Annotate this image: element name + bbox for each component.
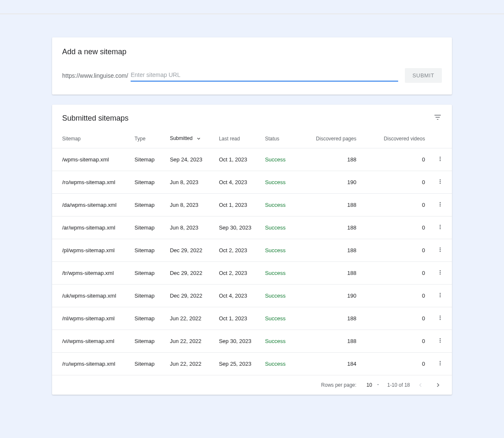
- cell-pages: 190: [301, 171, 360, 194]
- cell-sitemap: /ro/wpms-sitemap.xml: [52, 171, 131, 194]
- cell-type: Sitemap: [131, 194, 166, 216]
- more-vert-icon[interactable]: [437, 314, 444, 321]
- col-pages[interactable]: Discovered pages: [301, 130, 360, 148]
- table-row[interactable]: /ru/wpms-sitemap.xmlSitemapJun 22, 2022S…: [52, 353, 452, 375]
- cell-videos: 0: [360, 148, 428, 171]
- cell-videos: 0: [360, 194, 428, 216]
- cell-status: Success: [262, 148, 301, 171]
- pagination: Rows per page: 10 1-10 of 18: [52, 375, 452, 395]
- cell-actions: [428, 216, 452, 239]
- list-title: Submitted sitemaps: [62, 114, 129, 123]
- cell-pages: 188: [301, 307, 360, 330]
- cell-sitemap: /da/wpms-sitemap.xml: [52, 194, 131, 216]
- table-row[interactable]: /wpms-sitemap.xmlSitemapSep 24, 2023Oct …: [52, 148, 452, 171]
- cell-submitted: Dec 29, 2022: [166, 239, 215, 262]
- cell-actions: [428, 285, 452, 307]
- cell-lastread: Oct 2, 2023: [215, 239, 262, 262]
- cell-type: Sitemap: [131, 330, 166, 353]
- sitemap-url-input[interactable]: [131, 70, 398, 82]
- col-actions: [428, 130, 452, 148]
- cell-actions: [428, 330, 452, 353]
- more-vert-icon[interactable]: [437, 246, 444, 253]
- cell-videos: 0: [360, 353, 428, 375]
- more-vert-icon[interactable]: [437, 360, 444, 367]
- cell-pages: 188: [301, 194, 360, 216]
- col-status[interactable]: Status: [262, 130, 301, 148]
- table-header-row: Sitemap Type Submitted Last read Status …: [52, 130, 452, 148]
- cell-actions: [428, 307, 452, 330]
- col-videos[interactable]: Discovered videos: [360, 130, 428, 148]
- more-vert-icon[interactable]: [437, 292, 444, 298]
- cell-status: Success: [262, 285, 301, 307]
- cell-sitemap: /pl/wpms-sitemap.xml: [52, 239, 131, 262]
- more-vert-icon[interactable]: [437, 178, 444, 185]
- table-row[interactable]: /tr/wpms-sitemap.xmlSitemapDec 29, 2022O…: [52, 262, 452, 285]
- cell-sitemap: /nl/wpms-sitemap.xml: [52, 307, 131, 330]
- cell-status: Success: [262, 171, 301, 194]
- table-row[interactable]: /uk/wpms-sitemap.xmlSitemapDec 29, 2022O…: [52, 285, 452, 307]
- cell-lastread: Oct 1, 2023: [215, 148, 262, 171]
- more-vert-icon[interactable]: [437, 224, 444, 230]
- cell-type: Sitemap: [131, 239, 166, 262]
- cell-lastread: Oct 1, 2023: [215, 194, 262, 216]
- cell-submitted: Jun 22, 2022: [166, 307, 215, 330]
- table-row[interactable]: /ar/wpms-sitemap.xmlSitemapJun 8, 2023Se…: [52, 216, 452, 239]
- cell-pages: 188: [301, 148, 360, 171]
- cell-lastread: Sep 30, 2023: [215, 330, 262, 353]
- table-row[interactable]: /vi/wpms-sitemap.xmlSitemapJun 22, 2022S…: [52, 330, 452, 353]
- cell-videos: 0: [360, 285, 428, 307]
- filter-icon[interactable]: [433, 113, 442, 123]
- cell-submitted: Sep 24, 2023: [166, 148, 215, 171]
- cell-type: Sitemap: [131, 216, 166, 239]
- dropdown-arrow-icon: [375, 382, 381, 388]
- cell-type: Sitemap: [131, 262, 166, 285]
- table-row[interactable]: /nl/wpms-sitemap.xmlSitemapJun 22, 2022O…: [52, 307, 452, 330]
- cell-type: Sitemap: [131, 148, 166, 171]
- table-row[interactable]: /da/wpms-sitemap.xmlSitemapJun 8, 2023Oc…: [52, 194, 452, 216]
- cell-status: Success: [262, 239, 301, 262]
- cell-pages: 188: [301, 239, 360, 262]
- cell-submitted: Jun 22, 2022: [166, 330, 215, 353]
- cell-lastread: Sep 25, 2023: [215, 353, 262, 375]
- more-vert-icon[interactable]: [437, 201, 444, 208]
- more-vert-icon[interactable]: [437, 337, 444, 344]
- submitted-sitemaps-card: Submitted sitemaps Sitemap Type Submitte…: [52, 105, 452, 395]
- add-sitemap-row: https://www.linguise.com/ SUBMIT: [62, 68, 442, 83]
- cell-submitted: Jun 22, 2022: [166, 353, 215, 375]
- col-submitted[interactable]: Submitted: [166, 130, 215, 148]
- cell-submitted: Dec 29, 2022: [166, 262, 215, 285]
- col-type[interactable]: Type: [131, 130, 166, 148]
- cell-type: Sitemap: [131, 171, 166, 194]
- col-lastread[interactable]: Last read: [215, 130, 262, 148]
- cell-submitted: Jun 8, 2023: [166, 216, 215, 239]
- more-vert-icon[interactable]: [437, 156, 444, 162]
- cell-videos: 0: [360, 239, 428, 262]
- cell-lastread: Oct 2, 2023: [215, 262, 262, 285]
- next-page-button[interactable]: [434, 381, 442, 389]
- submit-button[interactable]: SUBMIT: [405, 68, 442, 83]
- pagination-range: 1-10 of 18: [387, 382, 410, 388]
- cell-sitemap: /tr/wpms-sitemap.xml: [52, 262, 131, 285]
- page-nav: [417, 381, 442, 389]
- url-prefix-text: https://www.linguise.com/: [62, 72, 128, 79]
- cell-actions: [428, 171, 452, 194]
- cell-pages: 188: [301, 262, 360, 285]
- cell-actions: [428, 262, 452, 285]
- cell-actions: [428, 148, 452, 171]
- table-row[interactable]: /pl/wpms-sitemap.xmlSitemapDec 29, 2022O…: [52, 239, 452, 262]
- cell-pages: 188: [301, 330, 360, 353]
- prev-page-button[interactable]: [417, 381, 424, 389]
- cell-lastread: Oct 1, 2023: [215, 307, 262, 330]
- cell-lastread: Oct 4, 2023: [215, 171, 262, 194]
- cell-sitemap: /vi/wpms-sitemap.xml: [52, 330, 131, 353]
- rows-per-page-select[interactable]: 10: [367, 382, 381, 388]
- col-sitemap[interactable]: Sitemap: [52, 130, 131, 148]
- table-row[interactable]: /ro/wpms-sitemap.xmlSitemapJun 8, 2023Oc…: [52, 171, 452, 194]
- cell-pages: 184: [301, 353, 360, 375]
- cell-type: Sitemap: [131, 353, 166, 375]
- add-sitemap-title: Add a new sitemap: [62, 47, 442, 56]
- cell-sitemap: /ru/wpms-sitemap.xml: [52, 353, 131, 375]
- cell-status: Success: [262, 307, 301, 330]
- cell-actions: [428, 239, 452, 262]
- more-vert-icon[interactable]: [437, 269, 444, 276]
